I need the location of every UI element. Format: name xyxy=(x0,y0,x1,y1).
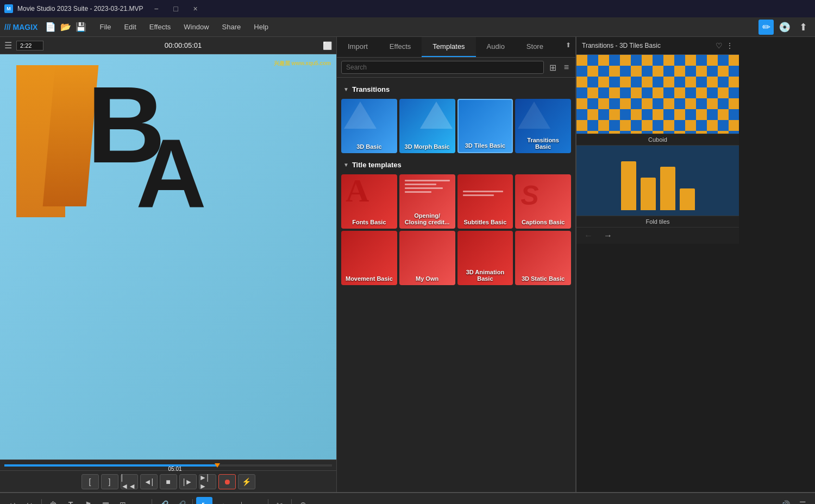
close-button[interactable]: × xyxy=(186,2,204,15)
template-3d-static-label: 3D Static Basic xyxy=(522,275,565,282)
detail-favorite-icon[interactable]: ♡ xyxy=(716,41,723,50)
snap-button[interactable]: ⊸ xyxy=(214,497,230,504)
burn-disc-icon[interactable]: 💿 xyxy=(777,20,792,35)
transition-transitions-basic[interactable]: Transitions Basic xyxy=(515,99,571,153)
tab-audio[interactable]: Audio xyxy=(476,37,516,57)
magix-logo: /// MAGIX xyxy=(4,23,37,32)
title-templates-section-header[interactable]: ▼ Title templates xyxy=(341,158,571,172)
quick-record-button[interactable]: ⚡ xyxy=(238,474,255,489)
search-input[interactable] xyxy=(341,61,544,74)
panels-row: Import Effects Templates Audio Store ⬆ ⊞… xyxy=(337,37,815,492)
media-tabs: Import Effects Templates Audio Store ⬆ xyxy=(337,37,575,58)
file-toolbar-icons: 📄 📂 💾 xyxy=(44,21,87,34)
stretch-button[interactable]: ↔ xyxy=(132,497,148,504)
bar-1 xyxy=(621,161,636,210)
hamburger-menu-icon[interactable]: ☰ xyxy=(4,40,12,51)
window-controls: − □ × xyxy=(147,2,204,15)
menu-help[interactable]: Help xyxy=(248,21,274,33)
minimize-button[interactable]: − xyxy=(147,2,165,15)
tab-expand-icon[interactable]: ⬆ xyxy=(561,37,575,57)
tab-effects[interactable]: Effects xyxy=(379,37,422,57)
open-file-icon[interactable]: 📂 xyxy=(59,21,72,34)
deco-s-letter: S xyxy=(521,180,538,211)
tab-import[interactable]: Import xyxy=(337,37,379,57)
undo-button[interactable]: ↩ xyxy=(4,497,21,504)
record-button[interactable]: ⏺ xyxy=(218,474,236,489)
grid-view-icon[interactable]: ⊞ xyxy=(547,61,559,74)
detail-preview-cuboid xyxy=(576,55,739,134)
add-clip-button[interactable]: ⊕ xyxy=(295,497,311,504)
upload-icon[interactable]: ⬆ xyxy=(795,20,811,35)
template-captions-basic[interactable]: S Captions Basic xyxy=(515,174,571,229)
rewind-to-start-button[interactable]: |◄◄ xyxy=(121,474,138,489)
transition-3d-morph-basic[interactable]: 3D Morph Basic xyxy=(399,99,455,153)
mark-out-button[interactable]: ] xyxy=(101,474,118,489)
cut-button[interactable]: ✂ xyxy=(272,497,288,504)
preview-progress-bar[interactable]: 05:01 xyxy=(4,464,332,467)
link-button[interactable]: 🔗 xyxy=(155,497,172,504)
list-view-icon[interactable]: ≡ xyxy=(562,61,571,73)
deco-lines-sub xyxy=(463,191,508,198)
new-file-icon[interactable]: 📄 xyxy=(44,21,57,34)
tab-templates[interactable]: Templates xyxy=(422,37,475,57)
deco-line-3 xyxy=(405,187,443,189)
deco-lines xyxy=(405,180,450,195)
menu-window[interactable]: Window xyxy=(178,21,214,33)
transport-controls: [ ] |◄◄ ◄| ■ |► ►|► ⏺ ⚡ xyxy=(0,470,336,492)
window-title: Movie Studio 2023 Suite - 2023-03-21.MVP xyxy=(17,5,143,12)
multicam-button[interactable]: ▦ xyxy=(97,497,114,504)
text-button[interactable]: T xyxy=(62,497,79,504)
transition-3d-basic[interactable]: 3D Basic xyxy=(341,99,397,153)
stop-button[interactable]: ■ xyxy=(160,474,177,489)
trim-button[interactable]: ↔ xyxy=(248,497,265,504)
detail-panel-title: Transitions - 3D Tiles Basic xyxy=(582,42,661,49)
preview-expand-icon[interactable]: ⬜ xyxy=(323,41,332,50)
template-movement-basic[interactable]: Movement Basic xyxy=(341,231,397,285)
cuboid-preview-visual xyxy=(576,55,739,134)
cursor-tool-button[interactable]: ↖ xyxy=(196,497,212,504)
titlebar: M Movie Studio 2023 Suite - 2023-03-21.M… xyxy=(0,0,815,17)
template-subtitles-basic[interactable]: Subtitles Basic xyxy=(457,174,513,229)
template-3d-animation[interactable]: 3D Animation Basic xyxy=(457,231,513,285)
menu-effects[interactable]: Effects xyxy=(144,21,177,33)
group-button[interactable]: ⊞ xyxy=(115,497,131,504)
save-file-icon[interactable]: 💾 xyxy=(74,21,87,34)
export-icon[interactable]: ✏ xyxy=(758,20,774,35)
toolbar-sep-4 xyxy=(268,499,268,504)
mark-in-button[interactable]: [ xyxy=(82,474,99,489)
menu-edit[interactable]: Edit xyxy=(118,21,141,33)
template-my-own[interactable]: My Own xyxy=(399,231,455,285)
menu-file[interactable]: File xyxy=(94,21,116,33)
preview-time-input[interactable]: 2:22 xyxy=(16,41,43,51)
template-my-own-label: My Own xyxy=(416,275,438,282)
unlink-button[interactable]: 🔗 xyxy=(173,497,189,504)
template-opening-closing[interactable]: Opening/ Closing credit... xyxy=(399,174,455,229)
template-3d-static[interactable]: 3D Static Basic xyxy=(515,231,571,285)
preview-area: B A 兴趣屋 www.xqu5.com xyxy=(0,54,336,459)
ripple-button[interactable]: ⊣ xyxy=(231,497,247,504)
menu-share[interactable]: Share xyxy=(217,21,247,33)
template-captions-basic-label: Captions Basic xyxy=(522,219,565,225)
tab-store[interactable]: Store xyxy=(516,37,554,57)
preview-panel: ☰ 2:22 00:00:05:01 ⬜ B A 兴趣屋 www.xqu5.co… xyxy=(0,37,337,492)
transitions-section-header[interactable]: ▼ Transitions xyxy=(341,82,571,97)
flag-button[interactable]: ⚑ xyxy=(80,497,96,504)
preview-letter-a: A xyxy=(136,125,206,223)
media-scroll-area[interactable]: ▼ Transitions 3D Basic 3D Morph Basic xyxy=(337,78,575,492)
transition-3d-tiles-basic[interactable]: 3D Tiles Basic xyxy=(457,99,513,153)
detail-options-icon[interactable]: ⋮ xyxy=(726,41,734,50)
delete-button[interactable]: 🗑 xyxy=(45,497,61,504)
preview-scrubber[interactable]: 05:01 xyxy=(0,459,336,470)
redo-button[interactable]: ↪ xyxy=(22,497,38,504)
detail-navigation: ← → xyxy=(576,227,739,244)
bar-4 xyxy=(680,188,695,210)
detail-next-button[interactable]: → xyxy=(600,230,616,242)
template-fonts-basic[interactable]: A Fonts Basic xyxy=(341,174,397,229)
forward-to-end-button[interactable]: ►|► xyxy=(199,474,216,489)
step-forward-button[interactable]: |► xyxy=(179,474,197,489)
maximize-button[interactable]: □ xyxy=(167,2,184,15)
detail-prev-button[interactable]: ← xyxy=(581,230,596,242)
mixer-icon[interactable]: ☰ xyxy=(794,497,811,504)
step-back-button[interactable]: ◄| xyxy=(140,474,158,489)
volume-icon[interactable]: 🔊 xyxy=(777,497,793,504)
